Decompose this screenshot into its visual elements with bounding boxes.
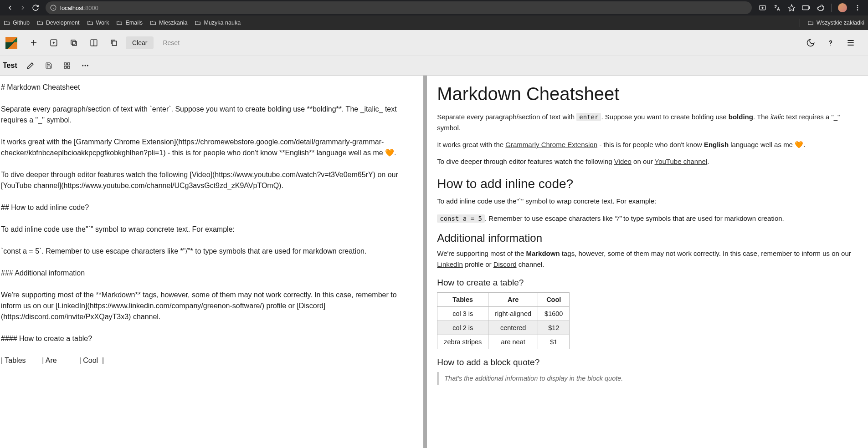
browser-menu-icon[interactable] [853, 4, 862, 12]
bookmark-development[interactable]: Development [37, 20, 80, 26]
table-header: Tables [437, 292, 488, 306]
editor-split-view: # Markdown Cheatsheet Separate every par… [0, 76, 868, 448]
inline-code: const a = 5 [437, 214, 485, 223]
grammarly-link[interactable]: Grammarly Chrome Extension [505, 141, 597, 148]
bookmark-label: Mieszkania [159, 20, 188, 26]
table-header: Are [488, 292, 538, 306]
edit-icon[interactable] [26, 61, 36, 71]
preview-h2: How to add inline code? [437, 177, 854, 191]
preview-paragraph: We're supporting most of the Markdown ta… [437, 248, 854, 270]
bookmark-muzyka[interactable]: Muzyka nauka [195, 20, 241, 26]
bookmark-label: Emails [125, 20, 143, 26]
bookmark-emails[interactable]: Emails [116, 20, 143, 26]
heart-emoji: 🧡 [795, 139, 803, 150]
bookmark-mieszkania[interactable]: Mieszkania [150, 20, 188, 26]
preview-pane[interactable]: Markdown Cheatsheet Separate every parag… [427, 76, 868, 448]
copy-button[interactable] [66, 35, 82, 51]
browser-right-icons [755, 3, 864, 12]
preview-blockquote: That's the additional information to dis… [437, 372, 854, 385]
battery-icon[interactable] [802, 4, 810, 12]
bookmark-label: Work [96, 20, 109, 26]
linkedin-link[interactable]: LinkedIn [437, 260, 463, 268]
svg-rect-27 [67, 66, 70, 68]
divider [831, 4, 832, 12]
table-row: col 2 is centered $12 [437, 321, 570, 335]
discord-link[interactable]: Discord [493, 260, 517, 268]
profile-avatar[interactable] [838, 3, 847, 12]
preview-h1: Markdown Cheatsheet [437, 84, 854, 104]
add-panel-button[interactable] [46, 35, 62, 51]
windows-button[interactable] [106, 35, 122, 51]
svg-point-7 [857, 5, 858, 6]
folder-icon [4, 20, 10, 25]
svg-point-30 [87, 65, 88, 66]
bookmark-star-icon[interactable] [787, 4, 796, 12]
theme-toggle-button[interactable] [802, 35, 819, 51]
folder-icon [37, 20, 43, 25]
forward-button[interactable] [16, 1, 29, 14]
preview-paragraph: To dive deeper through editor features w… [437, 156, 854, 167]
address-bar[interactable]: localhost:8000 [46, 1, 752, 14]
bookmark-label: Development [46, 20, 80, 26]
source-text[interactable]: # Markdown Cheatsheet Separate every par… [1, 82, 419, 366]
svg-point-8 [857, 7, 858, 9]
table-header: Cool [538, 292, 570, 306]
document-tab-bar: Test [0, 56, 868, 76]
youtube-link[interactable]: YouTube channel [655, 158, 708, 165]
translate-icon[interactable] [773, 4, 781, 12]
source-pane[interactable]: # Markdown Cheatsheet Separate every par… [0, 76, 427, 448]
more-icon[interactable] [80, 61, 90, 71]
folder-icon [150, 20, 156, 25]
preview-h4-table: How to create a table? [437, 278, 854, 288]
svg-rect-25 [67, 63, 70, 65]
svg-point-28 [82, 65, 83, 66]
extensions-icon[interactable] [817, 4, 825, 12]
app-logo[interactable] [5, 37, 17, 49]
bookmark-label: Muzyka nauka [204, 20, 241, 26]
bookmark-github[interactable]: Github [4, 20, 30, 26]
back-button[interactable] [4, 1, 16, 14]
inline-code: enter [576, 113, 601, 121]
preview-paragraph: To add inline code use the"`" symbol to … [437, 196, 854, 206]
folder-icon [116, 20, 123, 25]
folder-icon [807, 20, 814, 25]
bookmark-label: Github [13, 20, 30, 26]
preview-h3: Additional information [437, 232, 854, 244]
svg-point-20 [830, 45, 831, 46]
document-title: Test [3, 61, 17, 70]
all-bookmarks-button[interactable]: Wszystkie zakładki [807, 20, 864, 26]
save-icon[interactable] [44, 61, 54, 71]
bookmarks-bar: Github Development Work Emails Mieszkani… [0, 15, 868, 30]
folder-icon [87, 20, 93, 25]
clear-button[interactable]: Clear [126, 36, 154, 49]
svg-rect-26 [64, 66, 67, 68]
svg-rect-24 [64, 63, 67, 65]
preview-paragraph: It works great with the Grammarly Chrome… [437, 139, 854, 150]
all-bookmarks-label: Wszystkie zakładki [817, 20, 864, 26]
table-row: col 3 is right-aligned $1600 [437, 306, 570, 321]
new-button[interactable] [26, 35, 42, 51]
reset-button[interactable]: Reset [156, 36, 186, 49]
svg-rect-19 [112, 41, 117, 46]
preview-table: Tables Are Cool col 3 is right-aligned $… [437, 292, 570, 349]
help-button[interactable] [822, 35, 839, 51]
preview-paragraph: Separate every paragraph/section of text… [437, 112, 854, 133]
grid-icon[interactable] [62, 61, 72, 71]
table-row: zebra stripes are neat $1 [437, 335, 570, 349]
reload-button[interactable] [29, 1, 42, 14]
svg-point-29 [84, 65, 86, 66]
svg-rect-5 [802, 6, 809, 10]
svg-point-9 [857, 9, 858, 10]
split-view-button[interactable] [86, 35, 102, 51]
svg-rect-15 [72, 41, 77, 46]
site-info-icon[interactable] [50, 5, 56, 11]
menu-button[interactable] [842, 35, 859, 51]
preview-h4-quote: How to add a block quote? [437, 357, 854, 367]
video-link[interactable]: Video [614, 158, 632, 165]
folder-icon [195, 20, 201, 25]
install-app-icon[interactable] [758, 4, 766, 12]
svg-rect-6 [809, 7, 810, 9]
url-port: :8000 [83, 5, 98, 11]
app-toolbar: Clear Reset [0, 30, 868, 56]
bookmark-work[interactable]: Work [87, 20, 109, 26]
